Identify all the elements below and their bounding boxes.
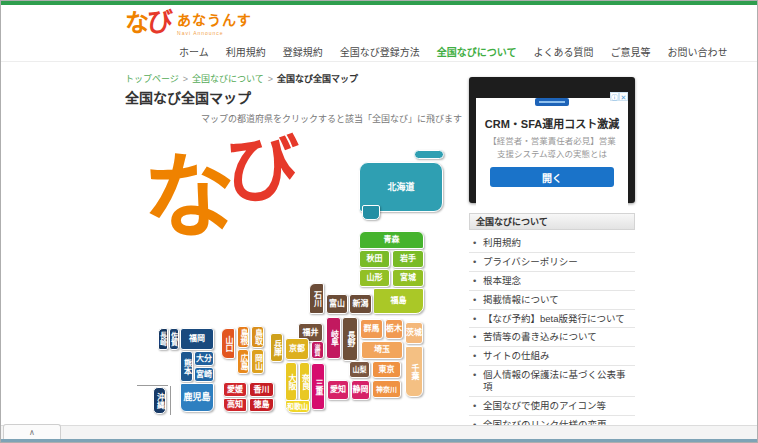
- ad-open-button[interactable]: 開く: [490, 167, 614, 187]
- prefecture-tile[interactable]: 青森: [359, 231, 424, 249]
- sidebar-link-list: 利用規約プライバシーポリシー根本理念掲載情報について【なび予約】beta版発行に…: [469, 234, 635, 443]
- prefecture-tile[interactable]: 京都: [285, 338, 309, 360]
- footer-bar: [1, 425, 757, 439]
- prefecture-tile[interactable]: 広島: [237, 349, 249, 374]
- ad-title: CRM・SFA運用コスト激減: [476, 115, 628, 131]
- prefecture-tile[interactable]: 奈良: [299, 362, 310, 401]
- nav-divider: [1, 61, 757, 62]
- logo-tagline: Navi Announce: [177, 30, 252, 36]
- prefecture-tile[interactable]: 高知: [223, 398, 247, 412]
- advertiser-logo-icon: [535, 98, 569, 106]
- prefecture-tile[interactable]: 兵庫: [270, 333, 283, 362]
- nav-item[interactable]: 全国なびについて: [437, 44, 517, 59]
- ad-info-icon[interactable]: ⓘ: [610, 92, 619, 101]
- logo-mark-icon: なび: [125, 9, 171, 35]
- prefecture-tile[interactable]: 滋賀: [311, 341, 324, 359]
- breadcrumb-item[interactable]: 全国なびについて: [192, 74, 264, 84]
- sidebar-link[interactable]: 根本理念: [469, 272, 635, 291]
- prefecture-tile[interactable]: 島根: [237, 326, 249, 348]
- prefecture-tile[interactable]: 鹿児島: [180, 383, 214, 412]
- prefecture-tile[interactable]: 徳島: [249, 398, 274, 412]
- prefecture-tile[interactable]: 山形: [359, 269, 390, 287]
- prefecture-tile[interactable]: 山口: [221, 328, 235, 359]
- sidebar-link[interactable]: 個人情報の保護法に基づく公表事項: [469, 366, 635, 397]
- nav-item[interactable]: 利用規約: [226, 44, 266, 59]
- sidebar-link[interactable]: 利用規約: [469, 234, 635, 253]
- nav-item[interactable]: 登録規約: [283, 44, 323, 59]
- prefecture-tile[interactable]: 長崎: [158, 328, 168, 350]
- prefecture-tile[interactable]: 栃木: [385, 319, 403, 339]
- sidebar-link[interactable]: 苦情等の書き込みについて: [469, 328, 635, 347]
- prefecture-tile[interactable]: 茨城: [405, 322, 423, 344]
- prefecture-tile[interactable]: 鳥取: [251, 326, 264, 348]
- prefecture-tile[interactable]: 静岡: [351, 380, 370, 400]
- ad-body-line1: 【経営者・営業責任者必見】営業: [476, 134, 628, 146]
- prefecture-tile[interactable]: 愛知: [327, 380, 349, 400]
- top-accent-bar: [1, 1, 757, 5]
- ad-banner[interactable]: ⓘ ✕ CRM・SFA運用コスト激減 【経営者・営業責任者必見】営業 支援システ…: [469, 77, 635, 203]
- prefecture-tile[interactable]: 大分: [194, 351, 214, 366]
- sidebar-link[interactable]: サイトの仕組み: [469, 347, 635, 366]
- prefecture-tile[interactable]: 長野: [342, 317, 358, 361]
- ad-close-icon[interactable]: ✕: [619, 92, 628, 101]
- map-logo-bi: び: [225, 133, 299, 207]
- prefecture-tile[interactable]: 香川: [249, 382, 274, 397]
- prefecture-tile[interactable]: 岐阜: [326, 317, 341, 359]
- prefecture-tile[interactable]: 佐賀: [169, 328, 179, 350]
- map-description: マップの都道府県をクリックすると該当「全国なび」に飛びます: [201, 112, 462, 125]
- prefecture-tile[interactable]: 石川: [309, 283, 324, 314]
- prefecture-tile[interactable]: 神奈川: [372, 380, 401, 398]
- prefecture-tile[interactable]: 和歌山: [285, 400, 310, 413]
- prefecture-tile[interactable]: 三重: [311, 363, 325, 410]
- okinawa-divider-line: [170, 386, 171, 415]
- prefecture-tile[interactable]: 秋田: [359, 250, 390, 268]
- prefecture-tile[interactable]: 山梨: [349, 361, 370, 378]
- prefecture-tile[interactable]: 宮崎: [194, 367, 214, 382]
- breadcrumb-separator: >: [268, 74, 273, 84]
- nav-item[interactable]: よくある質問: [533, 44, 593, 59]
- prefecture-tile[interactable]: 福島: [373, 288, 424, 314]
- prefecture-tile[interactable]: 福岡: [180, 328, 214, 350]
- prefecture-tile[interactable]: 宮城: [392, 269, 424, 287]
- logo-text: あなうんす: [177, 9, 252, 29]
- prefecture-tile[interactable]: 沖縄: [153, 387, 166, 414]
- nav-item[interactable]: 全国なび登録方法: [340, 44, 420, 59]
- sidebar-link[interactable]: 掲載情報について: [469, 291, 635, 310]
- map-shape: [414, 150, 444, 159]
- window-bottom-edge: [1, 439, 757, 442]
- page-title: 全国なび全国マップ: [125, 87, 251, 107]
- prefecture-tile[interactable]: 愛媛: [223, 382, 247, 397]
- map-logo-na: な: [143, 151, 235, 243]
- sidebar-link[interactable]: 【なび予約】beta版発行について: [469, 310, 635, 329]
- breadcrumb-item: 全国なび全国マップ: [277, 74, 358, 84]
- nav-item[interactable]: お問い合わせ: [667, 44, 727, 59]
- breadcrumb: トップページ>全国なびについて>全国なび全国マップ: [125, 72, 358, 85]
- sidebar-about: 全国なびについて 利用規約プライバシーポリシー根本理念掲載情報について【なび予約…: [469, 213, 635, 443]
- okinawa-divider-line: [137, 385, 168, 386]
- ad-content: ⓘ ✕ CRM・SFA運用コスト激減 【経営者・営業責任者必見】営業 支援システ…: [476, 98, 628, 210]
- nav-item[interactable]: ホーム: [179, 44, 209, 59]
- scroll-to-top-button[interactable]: ∧: [3, 424, 61, 439]
- prefecture-tile[interactable]: 埼玉: [361, 341, 403, 359]
- prefecture-tile[interactable]: 熊本: [180, 351, 193, 382]
- nav-item[interactable]: ご意見等: [610, 44, 650, 59]
- site-logo[interactable]: なび あなうんす Navi Announce: [125, 9, 252, 36]
- sidebar-link[interactable]: 全国なびで使用のアイコン等: [469, 397, 635, 416]
- prefecture-tile[interactable]: 千葉: [405, 346, 423, 397]
- prefecture-tile[interactable]: 岡山: [251, 349, 264, 374]
- ad-body-line2: 支援システム導入の実態とは: [476, 147, 628, 159]
- map-shape: [362, 205, 380, 220]
- sidebar-title: 全国なびについて: [469, 213, 635, 230]
- sidebar-link[interactable]: プライバシーポリシー: [469, 253, 635, 272]
- prefecture-tile[interactable]: 岩手: [392, 250, 424, 268]
- browser-page: なび あなうんす Navi Announce ホーム利用規約登録規約全国なび登録…: [0, 0, 758, 443]
- prefecture-tile[interactable]: 新潟: [349, 294, 372, 314]
- prefecture-tile[interactable]: 東京: [372, 361, 401, 378]
- breadcrumb-item[interactable]: トップページ: [125, 74, 179, 84]
- prefecture-tile[interactable]: 大阪: [285, 362, 297, 401]
- prefecture-tile[interactable]: 群馬: [360, 319, 383, 339]
- prefecture-tile[interactable]: 富山: [326, 294, 348, 314]
- breadcrumb-separator: >: [183, 74, 188, 84]
- main-nav: ホーム利用規約登録規約全国なび登録方法全国なびについてよくある質問ご意見等お問い…: [179, 43, 727, 59]
